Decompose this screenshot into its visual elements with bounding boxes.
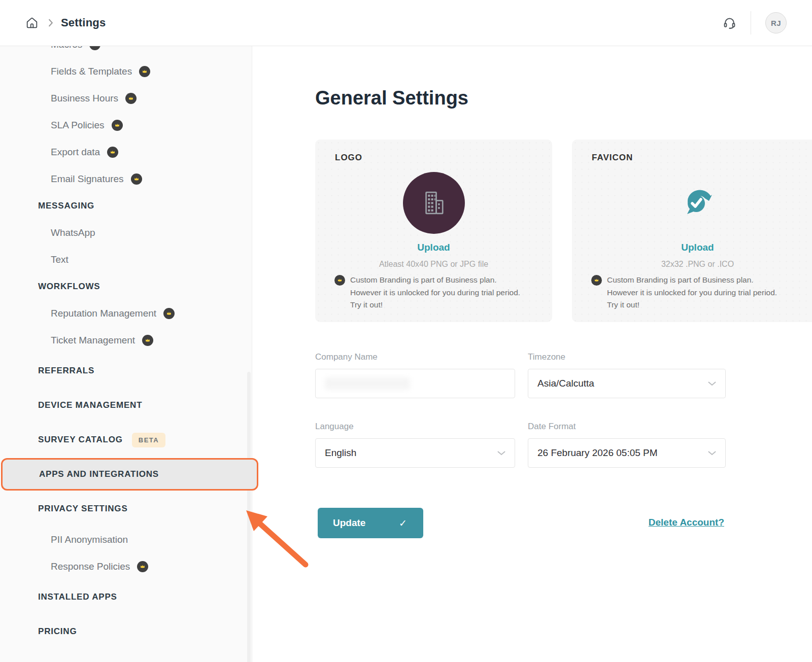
sidebar-item-installed-apps[interactable]: INSTALLED APPS bbox=[0, 580, 252, 614]
language-select[interactable]: English bbox=[315, 438, 515, 468]
delete-account-link[interactable]: Delete Account? bbox=[648, 517, 724, 528]
timezone-label: Timezone bbox=[528, 352, 565, 362]
favicon-card: FAVICON Upload 32x32 .PNG or .ICO Custom… bbox=[572, 140, 812, 322]
crown-icon bbox=[107, 147, 118, 158]
crown-icon bbox=[139, 66, 150, 77]
timezone-select[interactable]: Asia/Calcutta bbox=[528, 369, 726, 398]
sidebar-item-fields-templates[interactable]: Fields & Templates bbox=[0, 58, 252, 85]
logo-card: LOGO Upload Atleast 40x40 PNG or JPG fil… bbox=[315, 140, 552, 322]
page-breadcrumb-title: Settings bbox=[61, 16, 106, 29]
page-title: General Settings bbox=[315, 87, 468, 109]
crown-icon bbox=[137, 561, 148, 572]
crown-icon bbox=[163, 308, 175, 319]
sidebar-item-sla-policies[interactable]: SLA Policies bbox=[0, 112, 252, 138]
company-name-input[interactable] bbox=[315, 369, 515, 398]
favicon-card-label: FAVICON bbox=[592, 153, 633, 163]
sidebar-item-pii-anonymisation[interactable]: PII Anonymisation bbox=[0, 526, 252, 553]
update-button[interactable]: Update ✓ bbox=[318, 508, 423, 538]
language-label: Language bbox=[315, 422, 354, 432]
date-format-value: 26 February 2026 05:05 PM bbox=[537, 447, 658, 459]
sidebar-item-whatsapp[interactable]: WhatsApp bbox=[0, 219, 252, 246]
sidebar-item-response-policies[interactable]: Response Policies bbox=[0, 553, 252, 580]
sidebar-item-pricing[interactable]: PRICING bbox=[0, 614, 252, 649]
sidebar-nav: Macros Fields & Templates Business Hours… bbox=[0, 31, 252, 649]
support-headset-icon[interactable] bbox=[722, 15, 737, 30]
crown-icon bbox=[142, 335, 153, 346]
sidebar-item-email-signatures[interactable]: Email Signatures bbox=[0, 165, 252, 192]
sidebar-item-reputation-management[interactable]: Reputation Management bbox=[0, 300, 252, 327]
chevron-down-icon bbox=[708, 451, 716, 456]
date-format-select[interactable]: 26 February 2026 05:05 PM bbox=[528, 438, 726, 468]
sidebar-item-privacy-settings[interactable]: PRIVACY SETTINGS bbox=[0, 492, 252, 526]
chevron-down-icon bbox=[708, 381, 716, 386]
settings-sidebar: Macros Fields & Templates Business Hours… bbox=[0, 46, 252, 662]
company-name-label: Company Name bbox=[315, 352, 378, 362]
chevron-down-icon bbox=[497, 451, 505, 456]
favicon-upload-hint: 32x32 .PNG or .ICO bbox=[572, 260, 812, 269]
sidebar-item-text[interactable]: Text bbox=[0, 246, 252, 273]
crown-icon bbox=[591, 275, 602, 286]
logo-upload-link[interactable]: Upload bbox=[315, 242, 552, 253]
user-avatar[interactable]: RJ bbox=[765, 12, 787, 33]
favicon-branding-note: Custom Branding is part of Business plan… bbox=[591, 274, 811, 311]
crown-icon bbox=[334, 275, 345, 286]
favicon-upload-link[interactable]: Upload bbox=[572, 242, 812, 253]
sidebar-item-referrals[interactable]: REFERRALS bbox=[0, 354, 252, 388]
sidebar-item-device-management[interactable]: DEVICE MANAGEMENT bbox=[0, 388, 252, 423]
home-icon[interactable] bbox=[24, 15, 40, 30]
sidebar-item-apps-and-integrations[interactable]: APPS AND INTEGRATIONS bbox=[1, 458, 258, 491]
crown-icon bbox=[112, 120, 123, 131]
company-name-redacted-value bbox=[325, 377, 410, 390]
logo-upload-hint: Atleast 40x40 PNG or JPG file bbox=[315, 260, 552, 269]
sidebar-item-workflows[interactable]: WORKFLOWS bbox=[0, 273, 252, 300]
logo-card-label: LOGO bbox=[335, 153, 362, 163]
sidebar-scrollbar[interactable] bbox=[247, 372, 251, 662]
logo-branding-note: Custom Branding is part of Business plan… bbox=[334, 274, 540, 311]
check-icon: ✓ bbox=[399, 517, 407, 529]
crown-icon bbox=[131, 173, 142, 185]
breadcrumb-chevron-icon bbox=[48, 19, 54, 27]
crown-icon bbox=[125, 93, 137, 104]
sparrow-logo-icon bbox=[682, 185, 714, 217]
header-divider bbox=[751, 11, 751, 34]
sidebar-item-ticket-management[interactable]: Ticket Management bbox=[0, 327, 252, 354]
sidebar-item-survey-catalog[interactable]: SURVEY CATALOG BETA bbox=[0, 423, 252, 457]
favicon-preview[interactable] bbox=[681, 184, 715, 218]
sidebar-item-messaging[interactable]: MESSAGING bbox=[0, 192, 252, 219]
building-icon bbox=[419, 188, 449, 218]
language-value: English bbox=[325, 447, 356, 459]
beta-badge: BETA bbox=[132, 433, 165, 447]
top-bar: Settings RJ bbox=[0, 0, 812, 46]
timezone-value: Asia/Calcutta bbox=[537, 378, 594, 389]
date-format-label: Date Format bbox=[528, 422, 576, 432]
company-logo-preview[interactable] bbox=[403, 172, 465, 234]
sidebar-item-export-data[interactable]: Export data bbox=[0, 138, 252, 165]
sidebar-item-business-hours[interactable]: Business Hours bbox=[0, 85, 252, 112]
